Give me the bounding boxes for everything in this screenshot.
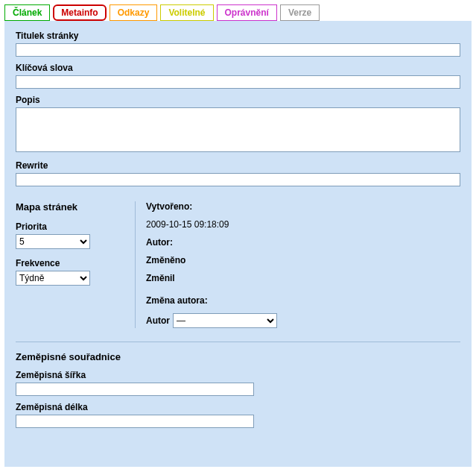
- zmena-autora-label: Změna autora:: [146, 295, 208, 306]
- tabs-bar: Článek Metainfo Odkazy Volitelné Oprávně…: [4, 4, 472, 21]
- divider: [16, 342, 460, 342]
- geo-sirka-input[interactable]: [16, 383, 254, 396]
- zmeneno-label: Změněno: [146, 255, 185, 265]
- tab-metainfo[interactable]: Metainfo: [53, 4, 106, 21]
- zmenil-label: Změnil: [146, 273, 175, 283]
- tab-verze[interactable]: Verze: [280, 4, 320, 21]
- titulek-label: Titulek stránky: [16, 31, 460, 41]
- tab-opravneni[interactable]: Oprávnění: [217, 4, 277, 21]
- klicova-label: Klíčová slova: [16, 63, 460, 73]
- geo-delka-label: Zeměpisná délka: [16, 402, 460, 412]
- titulek-input[interactable]: [16, 43, 460, 57]
- panel-metainfo: Titulek stránky Klíčová slova Popis Rewr…: [4, 21, 472, 467]
- autor-select[interactable]: —: [173, 313, 277, 328]
- popis-label: Popis: [16, 95, 460, 105]
- klicova-input[interactable]: [16, 75, 460, 89]
- frekvence-select[interactable]: Týdně: [16, 271, 90, 286]
- autor-label: Autor:: [146, 237, 173, 248]
- rewrite-label: Rewrite: [16, 160, 460, 171]
- autor-select-label: Autor: [146, 315, 170, 326]
- rewrite-input[interactable]: [16, 173, 460, 186]
- tab-clanek[interactable]: Článek: [4, 4, 50, 21]
- vytvoreno-label: Vytvořeno:: [146, 201, 192, 212]
- vytvoreno-value: 2009-10-15 09:18:09: [146, 219, 229, 230]
- geo-title: Zeměpisné souřadnice: [16, 351, 460, 362]
- tab-volitelne[interactable]: Volitelné: [160, 4, 213, 21]
- popis-textarea[interactable]: [16, 107, 460, 152]
- geo-delka-input[interactable]: [16, 415, 254, 428]
- frekvence-label: Frekvence: [16, 258, 127, 268]
- sitemap-title: Mapa stránek: [16, 201, 127, 213]
- priorita-select[interactable]: 5: [16, 234, 90, 249]
- tab-odkazy[interactable]: Odkazy: [110, 4, 158, 21]
- priorita-label: Priorita: [16, 221, 127, 232]
- geo-sirka-label: Zeměpisná šířka: [16, 370, 460, 380]
